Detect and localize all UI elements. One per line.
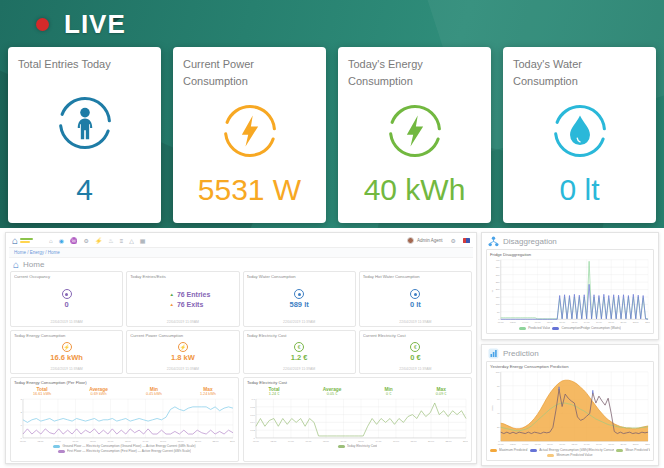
- person-icon: [18, 73, 151, 174]
- svg-text:22:00: 22:00: [633, 321, 640, 323]
- tile-caption: 22/04/2019 11:39AM: [130, 367, 235, 371]
- dashboard-navbar: ⌂ ⌂ ◉ ♒ ⚙ ⚡ ♨ ≡ △ ▦ Admin Agent: [9, 234, 473, 248]
- nav-occupancy-icon[interactable]: ◉: [59, 238, 64, 244]
- metric-card-today-energy: Today's Energy Consumption 40 kWh: [338, 47, 491, 223]
- chart-legend: Maximum Predicted Value Actual Energy Co…: [490, 448, 650, 458]
- charts-row: Today Energy Consumption (Per Floor) Tot…: [9, 377, 473, 462]
- tile-value: 1.8 kW: [171, 353, 195, 362]
- svg-text:20: 20: [497, 426, 500, 428]
- svg-text:16:00: 16:00: [596, 321, 603, 323]
- svg-text:200: 200: [496, 288, 501, 290]
- svg-text:20:00: 20:00: [195, 440, 202, 443]
- svg-text:22:00: 22:00: [213, 440, 220, 443]
- tile-today-energy[interactable]: Today Energy Consumption ⚡ 16.6 kWh 22/0…: [10, 330, 123, 374]
- nav-alerts-icon[interactable]: △: [129, 238, 134, 244]
- svg-text:300: 300: [496, 274, 501, 276]
- svg-text:80: 80: [497, 385, 500, 387]
- euro-icon: €: [294, 342, 304, 352]
- tile-value: 0: [65, 300, 69, 309]
- tile-value: 1.2 €: [291, 353, 308, 362]
- svg-text:0.06: 0.06: [250, 414, 255, 417]
- legend-chip: [519, 327, 526, 330]
- tile-caption: 22/04/2019 11:39AM: [14, 320, 119, 324]
- breadcrumb[interactable]: Home / Energy / Home: [9, 248, 473, 258]
- sitemap-icon: [488, 236, 499, 247]
- tile-current-power[interactable]: Current Power Consumption ⚡ 1.8 kW 22/04…: [126, 330, 239, 374]
- nav-water-icon[interactable]: ♨: [108, 238, 113, 244]
- stat-value: 0.69 kWh: [89, 392, 108, 396]
- gear-icon[interactable]: ⚙: [451, 237, 456, 244]
- card-value: 40 kWh: [348, 173, 481, 207]
- svg-text:08:00: 08:00: [90, 440, 97, 443]
- svg-text:0.1: 0.1: [251, 398, 255, 401]
- svg-text:20:00: 20:00: [621, 443, 628, 445]
- tile-value: 16.6 kWh: [50, 353, 83, 362]
- svg-text:08:00: 08:00: [547, 321, 554, 323]
- prediction-chart: 00:0002:0004:0006:0008:0010:0012:0014:00…: [490, 369, 650, 447]
- tile-entries-exits[interactable]: Today Entries/Exits ▲76 Entries ▲76 Exit…: [126, 271, 239, 327]
- metric-card-current-power: Current Power Consumption 5531 W: [173, 47, 326, 223]
- tile-caption: 22/04/2019 11:39AM: [247, 367, 352, 371]
- metric-cards: Total Entries Today 4 Current Power Cons…: [8, 47, 656, 223]
- svg-text:06:00: 06:00: [535, 443, 542, 445]
- tile-caption: 22/04/2019 11:39AM: [247, 320, 352, 324]
- svg-text:02:00: 02:00: [37, 440, 44, 443]
- svg-text:20:00: 20:00: [621, 321, 628, 323]
- svg-text:14:00: 14:00: [143, 440, 150, 443]
- tile-current-occupancy[interactable]: Current Occupancy 0 22/04/2019 11:39AM: [10, 271, 123, 327]
- svg-text:02:00: 02:00: [510, 321, 517, 323]
- tile-caption: 22/04/2019 11:39AM: [363, 367, 468, 371]
- svg-text:10:00: 10:00: [108, 440, 115, 443]
- svg-text:350: 350: [496, 266, 501, 268]
- chart-legend: Predicted Value Consumption/Fridge Consu…: [490, 326, 650, 331]
- svg-text:W: W: [491, 289, 494, 292]
- app-logo[interactable]: ⌂: [12, 236, 33, 246]
- panel-title: Prediction: [503, 349, 539, 358]
- svg-text:00:00: 00:00: [498, 443, 505, 445]
- card-title: Today's Water Consumption: [513, 56, 646, 89]
- dashboard-screenshot: ⌂ ⌂ ◉ ♒ ⚙ ⚡ ♨ ≡ △ ▦ Admin Agent: [5, 232, 477, 464]
- svg-text:18:00: 18:00: [178, 440, 185, 443]
- nav-icon-row: ⌂ ◉ ♒ ⚙ ⚡ ♨ ≡ △ ▦: [49, 238, 145, 244]
- tile-today-cost[interactable]: Today Electricity Cost € 1.2 € 22/04/201…: [243, 330, 356, 374]
- svg-text:14:00: 14:00: [376, 440, 383, 443]
- svg-text:04:00: 04:00: [522, 443, 529, 445]
- svg-text:22:00: 22:00: [633, 443, 640, 445]
- user-name: Admin Agent: [417, 238, 443, 243]
- chart-legend: Ground Floor — Electricity Consumption (…: [14, 444, 235, 454]
- arrow-up-icon: ▲: [169, 302, 173, 307]
- bolt-icon: [183, 89, 316, 173]
- screenshots-section: ⌂ ⌂ ◉ ♒ ⚙ ⚡ ♨ ≡ △ ▦ Admin Agent: [0, 228, 664, 468]
- tile-water-consumption[interactable]: Today Water Consumption 589 lt 22/04/201…: [243, 271, 356, 327]
- svg-text:00:00: 00:00: [253, 440, 260, 443]
- tile-current-cost[interactable]: Current Electricity Cost € 0 € 22/04/201…: [359, 330, 472, 374]
- legend-chip: [547, 454, 554, 457]
- nav-wifi-icon[interactable]: ♒: [70, 238, 78, 244]
- tile-hot-water-consumption[interactable]: Today Hot Water Consumption 0 lt 22/04/2…: [359, 271, 472, 327]
- avatar: [407, 237, 414, 244]
- tiles-row-2: Today Energy Consumption ⚡ 16.6 kWh 22/0…: [9, 330, 473, 374]
- tile-caption: 22/04/2019 11:39AM: [130, 320, 235, 324]
- water-drop-icon: [294, 289, 304, 299]
- electricity-cost-chart-panel: Today Electricity Cost Total1.24 € Avera…: [243, 377, 472, 462]
- legend-label: Mean Predicted Value: [625, 448, 650, 453]
- disaggregation-panel: Disaggregation Fridge Disaggregation 00:…: [481, 232, 659, 340]
- svg-text:250: 250: [496, 281, 501, 283]
- nav-settings-icon[interactable]: ⚙: [83, 238, 88, 244]
- stat-value: 1.24 kWh: [200, 392, 216, 396]
- chart-title: Today Energy Consumption (Per Floor): [14, 380, 235, 385]
- card-value: 0 lt: [513, 173, 646, 207]
- legend-label: Consumption/Fridge Consumption (Watts): [561, 326, 620, 331]
- svg-text:02:00: 02:00: [510, 443, 517, 445]
- nav-menu-icon[interactable]: ≡: [120, 238, 124, 244]
- tile-caption: 22/04/2019 11:39AM: [363, 320, 468, 324]
- language-flag-icon[interactable]: [463, 238, 470, 243]
- nav-apps-icon[interactable]: ▦: [140, 238, 146, 244]
- svg-text:04:00: 04:00: [288, 440, 295, 443]
- nav-home-icon[interactable]: ⌂: [49, 238, 53, 244]
- nav-energy-icon[interactable]: ⚡: [95, 238, 103, 244]
- card-value: 5531 W: [183, 173, 316, 207]
- svg-text:08:00: 08:00: [323, 440, 330, 443]
- svg-text:08:00: 08:00: [547, 443, 554, 445]
- user-menu[interactable]: Admin Agent ⚙: [407, 237, 470, 244]
